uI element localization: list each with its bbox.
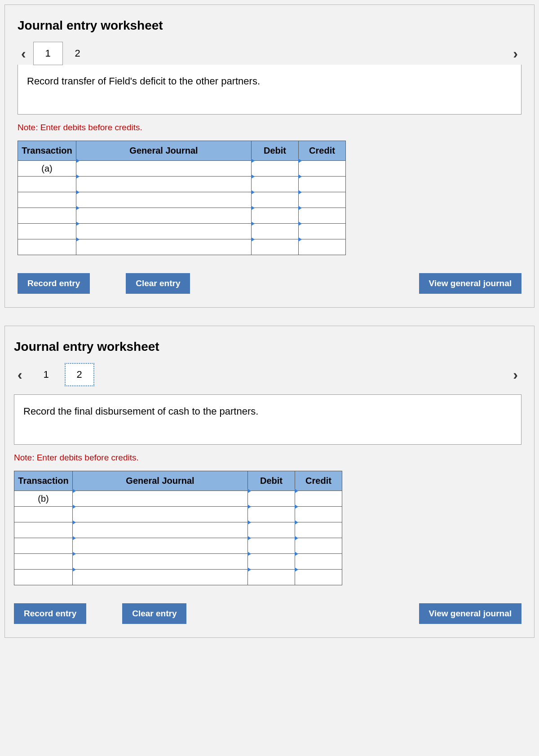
cell-credit[interactable] bbox=[299, 192, 346, 208]
cell-debit[interactable] bbox=[248, 570, 295, 585]
cell-debit[interactable] bbox=[252, 208, 299, 224]
cell-transaction[interactable] bbox=[14, 570, 73, 585]
table-row bbox=[14, 507, 342, 522]
cell-debit[interactable] bbox=[252, 239, 299, 255]
cell-transaction[interactable] bbox=[14, 538, 73, 554]
table-row bbox=[18, 192, 346, 208]
cell-general-journal[interactable] bbox=[76, 161, 252, 177]
cell-credit[interactable] bbox=[295, 507, 342, 522]
clear-entry-button[interactable]: Clear entry bbox=[126, 273, 190, 294]
prompt-text: Record transfer of Field's deficit to th… bbox=[27, 75, 260, 87]
cell-general-journal[interactable] bbox=[73, 570, 248, 585]
cell-debit[interactable] bbox=[252, 192, 299, 208]
col-header-general-journal: General Journal bbox=[73, 471, 248, 491]
view-general-journal-button[interactable]: View general journal bbox=[419, 273, 521, 294]
prompt-box: Record transfer of Field's deficit to th… bbox=[18, 65, 521, 115]
col-header-general-journal: General Journal bbox=[76, 141, 252, 161]
view-general-journal-button[interactable]: View general journal bbox=[419, 603, 521, 624]
cell-transaction[interactable] bbox=[18, 208, 76, 224]
worksheet-title: Journal entry worksheet bbox=[14, 340, 521, 354]
cell-general-journal[interactable] bbox=[76, 208, 252, 224]
cell-debit[interactable] bbox=[252, 177, 299, 192]
col-header-transaction: Transaction bbox=[14, 471, 73, 491]
prev-arrow-icon[interactable]: ‹ bbox=[18, 42, 30, 65]
note-text: Note: Enter debits before credits. bbox=[18, 123, 521, 133]
tab-row: ‹ 1 2 › bbox=[14, 363, 521, 386]
cell-transaction[interactable]: (a) bbox=[18, 161, 76, 177]
cell-transaction[interactable] bbox=[18, 239, 76, 255]
cell-debit[interactable] bbox=[248, 491, 295, 507]
cell-transaction[interactable] bbox=[18, 177, 76, 192]
cell-general-journal[interactable] bbox=[73, 554, 248, 570]
cell-credit[interactable] bbox=[295, 522, 342, 538]
cell-debit[interactable] bbox=[248, 507, 295, 522]
journal-worksheet-1: Journal entry worksheet ‹ 1 2 › Record t… bbox=[4, 4, 535, 308]
table-row bbox=[18, 177, 346, 192]
tab-2-active[interactable]: 2 bbox=[65, 363, 94, 386]
journal-table: Transaction General Journal Debit Credit… bbox=[14, 471, 342, 585]
journal-table: Transaction General Journal Debit Credit… bbox=[18, 141, 346, 255]
clear-entry-button[interactable]: Clear entry bbox=[122, 603, 186, 624]
button-row: Record entry Clear entry View general jo… bbox=[18, 273, 521, 294]
tab-2[interactable]: 2 bbox=[63, 42, 93, 65]
cell-debit[interactable] bbox=[248, 538, 295, 554]
cell-credit[interactable] bbox=[295, 570, 342, 585]
cell-general-journal[interactable] bbox=[73, 507, 248, 522]
record-entry-button[interactable]: Record entry bbox=[18, 273, 90, 294]
cell-credit[interactable] bbox=[299, 177, 346, 192]
cell-credit[interactable] bbox=[295, 491, 342, 507]
cell-general-journal[interactable] bbox=[73, 538, 248, 554]
table-row bbox=[14, 570, 342, 585]
cell-general-journal[interactable] bbox=[76, 177, 252, 192]
col-header-debit: Debit bbox=[252, 141, 299, 161]
prompt-box: Record the final disbursement of cash to… bbox=[14, 394, 521, 445]
table-row bbox=[18, 224, 346, 239]
cell-credit[interactable] bbox=[299, 208, 346, 224]
cell-credit[interactable] bbox=[299, 239, 346, 255]
cell-debit[interactable] bbox=[252, 161, 299, 177]
record-entry-button[interactable]: Record entry bbox=[14, 603, 86, 624]
cell-credit[interactable] bbox=[299, 161, 346, 177]
cell-transaction[interactable] bbox=[14, 522, 73, 538]
tab-1[interactable]: 1 bbox=[33, 42, 63, 65]
table-row: (b) bbox=[14, 491, 342, 507]
table-row bbox=[18, 239, 346, 255]
table-row bbox=[18, 208, 346, 224]
table-row bbox=[14, 554, 342, 570]
cell-debit[interactable] bbox=[248, 522, 295, 538]
cell-transaction[interactable]: (b) bbox=[14, 491, 73, 507]
col-header-debit: Debit bbox=[248, 471, 295, 491]
prompt-text: Record the final disbursement of cash to… bbox=[23, 406, 258, 417]
cell-general-journal[interactable] bbox=[73, 522, 248, 538]
cell-credit[interactable] bbox=[299, 224, 346, 239]
tab-1[interactable]: 1 bbox=[31, 363, 61, 386]
next-arrow-icon[interactable]: › bbox=[509, 42, 521, 65]
cell-general-journal[interactable] bbox=[76, 239, 252, 255]
button-row: Record entry Clear entry View general jo… bbox=[14, 603, 521, 624]
cell-transaction[interactable] bbox=[14, 507, 73, 522]
tab-row: ‹ 1 2 › bbox=[18, 42, 521, 65]
cell-transaction[interactable] bbox=[14, 554, 73, 570]
worksheet-title: Journal entry worksheet bbox=[18, 18, 521, 33]
table-row bbox=[14, 522, 342, 538]
col-header-credit: Credit bbox=[299, 141, 346, 161]
table-row: (a) bbox=[18, 161, 346, 177]
next-arrow-icon[interactable]: › bbox=[509, 363, 521, 386]
cell-credit[interactable] bbox=[295, 554, 342, 570]
cell-general-journal[interactable] bbox=[76, 192, 252, 208]
table-row bbox=[14, 538, 342, 554]
cell-credit[interactable] bbox=[295, 538, 342, 554]
cell-transaction[interactable] bbox=[18, 192, 76, 208]
prev-arrow-icon[interactable]: ‹ bbox=[14, 363, 26, 386]
cell-debit[interactable] bbox=[252, 224, 299, 239]
cell-transaction[interactable] bbox=[18, 224, 76, 239]
col-header-credit: Credit bbox=[295, 471, 342, 491]
col-header-transaction: Transaction bbox=[18, 141, 76, 161]
cell-general-journal[interactable] bbox=[73, 491, 248, 507]
cell-debit[interactable] bbox=[248, 554, 295, 570]
note-text: Note: Enter debits before credits. bbox=[14, 453, 521, 463]
cell-general-journal[interactable] bbox=[76, 224, 252, 239]
journal-worksheet-2: Journal entry worksheet ‹ 1 2 › Record t… bbox=[4, 326, 535, 638]
